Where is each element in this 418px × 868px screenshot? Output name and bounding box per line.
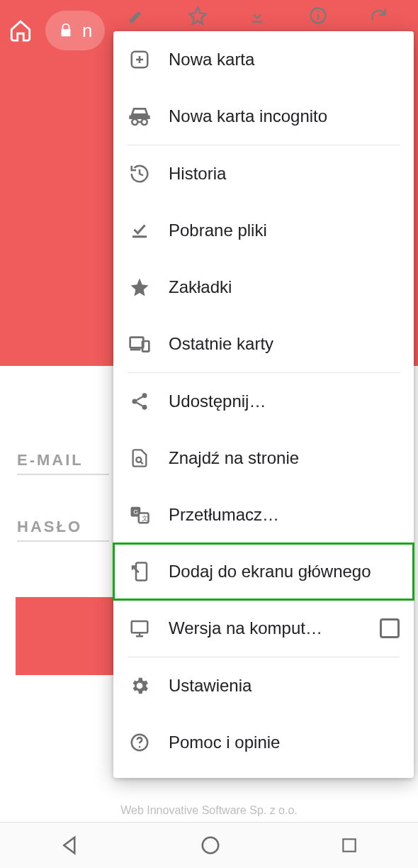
menu-item-desktop-site[interactable]: Wersja na komput… <box>113 600 414 657</box>
svg-rect-9 <box>130 338 144 348</box>
svg-point-4 <box>317 11 319 12</box>
devices-icon <box>128 332 152 356</box>
svg-point-14 <box>142 405 147 410</box>
desktop-site-checkbox[interactable] <box>380 618 400 638</box>
history-icon <box>128 162 152 186</box>
menu-item-recent-tabs[interactable]: Ostatnie karty <box>113 316 414 372</box>
new-tab-icon <box>128 48 152 72</box>
menu-item-share[interactable]: Udostępnij… <box>113 373 414 430</box>
email-field-underline[interactable] <box>17 469 109 475</box>
svg-line-18 <box>141 462 143 464</box>
menu-item-translate[interactable]: G文 Przetłumacz… <box>113 486 414 543</box>
menu-label: Pomoc i opinie <box>169 733 400 752</box>
share-icon <box>128 389 152 413</box>
svg-text:文: 文 <box>142 515 148 522</box>
menu-label: Dodaj do ekranu głównego <box>169 562 400 582</box>
svg-point-12 <box>142 393 147 398</box>
desktop-icon <box>128 616 152 640</box>
gear-icon <box>128 674 152 698</box>
home-button[interactable] <box>200 835 221 856</box>
login-button-partial[interactable] <box>16 597 115 675</box>
menu-label: Przetłumacz… <box>169 505 400 525</box>
menu-item-history[interactable]: Historia <box>113 145 414 202</box>
svg-point-17 <box>136 457 141 462</box>
refresh-icon[interactable] <box>368 6 400 26</box>
url-text: n <box>82 20 92 42</box>
lock-icon <box>58 23 74 38</box>
back-button[interactable] <box>60 835 81 856</box>
menu-label: Nowa karta <box>169 50 400 69</box>
add-to-homescreen-icon <box>128 560 152 584</box>
menu-item-new-tab[interactable]: Nowa karta <box>113 31 414 88</box>
recents-button[interactable] <box>340 836 358 855</box>
svg-point-29 <box>139 746 141 748</box>
svg-rect-25 <box>132 621 148 633</box>
svg-point-0 <box>203 838 219 854</box>
menu-label: Nowa karta incognito <box>169 106 400 126</box>
menu-label: Udostępnij… <box>169 391 400 411</box>
menu-item-settings[interactable]: Ustawienia <box>113 657 414 714</box>
menu-item-downloads[interactable]: Pobrane pliki <box>113 202 414 259</box>
star-icon <box>128 275 152 299</box>
info-icon[interactable] <box>308 6 339 26</box>
password-field-underline[interactable] <box>17 536 109 542</box>
edit-url-icon[interactable] <box>128 6 159 25</box>
menu-item-incognito[interactable]: Nowa karta incognito <box>113 88 414 145</box>
svg-text:G: G <box>133 508 138 516</box>
footer-copyright: Web Innovative Software Sp. z o.o. <box>0 804 418 817</box>
incognito-icon <box>128 104 152 128</box>
star-outline-icon[interactable] <box>188 6 219 26</box>
svg-point-13 <box>132 399 137 404</box>
find-in-page-icon <box>128 446 152 470</box>
menu-item-help[interactable]: Pomoc i opinie <box>113 714 414 771</box>
svg-rect-1 <box>343 839 355 851</box>
translate-icon: G文 <box>128 503 152 527</box>
menu-label: Historia <box>169 164 400 184</box>
menu-label: Zakładki <box>169 277 400 297</box>
home-icon[interactable] <box>9 18 33 43</box>
menu-item-add-to-homescreen[interactable]: Dodaj do ekranu głównego <box>113 543 414 600</box>
download-icon[interactable] <box>248 6 279 25</box>
quick-action-row <box>113 0 414 31</box>
menu-label: Ustawienia <box>169 676 400 696</box>
help-icon <box>128 730 152 755</box>
overflow-menu: Nowa karta Nowa karta incognito Historia… <box>113 31 414 778</box>
menu-item-find[interactable]: Znajdź na stronie <box>113 430 414 486</box>
url-bar[interactable]: n <box>45 11 105 50</box>
menu-label: Ostatnie karty <box>169 334 400 354</box>
system-nav-bar <box>0 823 418 868</box>
svg-line-16 <box>137 403 142 406</box>
downloads-icon <box>128 218 152 243</box>
svg-line-15 <box>137 397 142 401</box>
menu-label: Wersja na komput… <box>169 618 363 638</box>
menu-label: Znajdź na stronie <box>169 448 400 468</box>
menu-label: Pobrane pliki <box>169 221 400 240</box>
menu-item-bookmarks[interactable]: Zakładki <box>113 259 414 316</box>
